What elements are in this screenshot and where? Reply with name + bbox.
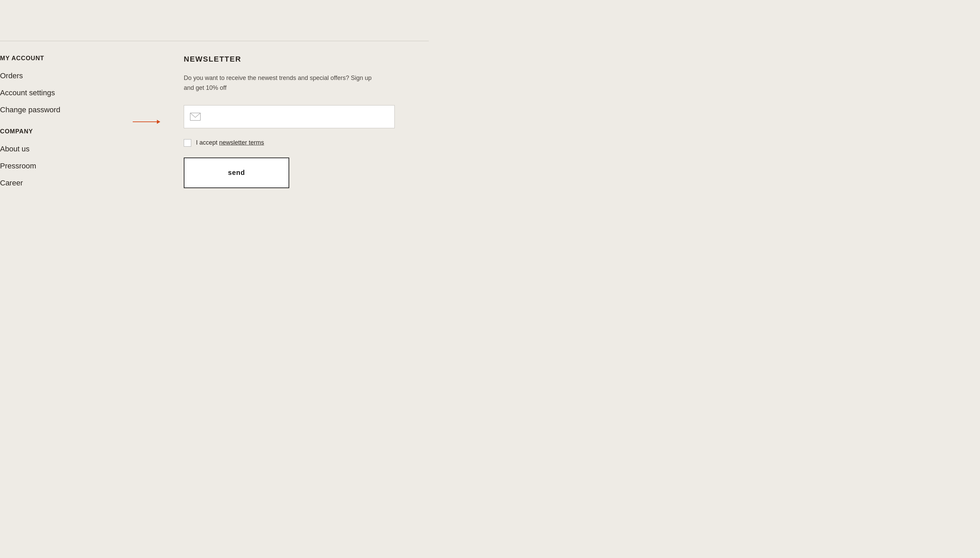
terms-link[interactable]: newsletter terms <box>219 139 264 146</box>
sidebar-item-about-us[interactable]: About us <box>0 144 163 153</box>
page-wrapper: MY ACCOUNT Orders Account settings Chang… <box>0 0 490 279</box>
my-account-section: MY ACCOUNT Orders Account settings Chang… <box>0 55 163 114</box>
top-area <box>0 0 490 41</box>
newsletter-title: NEWSLETTER <box>184 55 456 64</box>
company-section: COMPANY About us Pressroom Career <box>0 128 163 187</box>
email-input-wrapper <box>184 105 395 128</box>
newsletter-description: Do you want to receive the newest trends… <box>184 73 381 93</box>
my-account-heading: MY ACCOUNT <box>0 55 163 62</box>
email-input[interactable] <box>184 105 395 128</box>
newsletter-section: NEWSLETTER Do you want to receive the ne… <box>163 55 490 201</box>
arrow-line <box>133 121 160 122</box>
terms-checkbox[interactable] <box>184 139 191 147</box>
terms-label: I accept newsletter terms <box>196 139 264 146</box>
sidebar-item-change-password[interactable]: Change password <box>0 105 163 114</box>
company-heading: COMPANY <box>0 128 163 135</box>
terms-row: I accept newsletter terms <box>184 139 456 147</box>
arrow-indicator <box>133 121 160 122</box>
main-content: MY ACCOUNT Orders Account settings Chang… <box>0 41 490 201</box>
sidebar: MY ACCOUNT Orders Account settings Chang… <box>0 55 163 201</box>
email-icon <box>190 113 201 121</box>
send-button[interactable]: send <box>184 158 289 188</box>
sidebar-item-account-settings[interactable]: Account settings <box>0 89 163 97</box>
sidebar-item-pressroom[interactable]: Pressroom <box>0 162 163 171</box>
sidebar-item-orders[interactable]: Orders <box>0 71 163 80</box>
sidebar-item-career[interactable]: Career <box>0 179 163 187</box>
